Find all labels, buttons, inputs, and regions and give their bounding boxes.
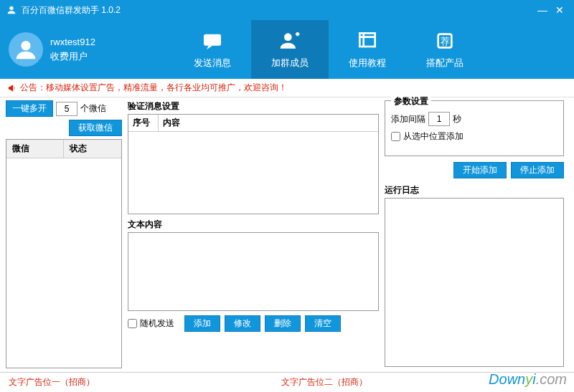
svg-rect-2 [204,34,221,46]
titlebar: 百分百微信群发助手 1.0.2 — ✕ [0,0,574,20]
clear-button[interactable]: 清空 [305,315,341,332]
get-wechat-button[interactable]: 获取微信 [69,120,122,136]
table-header-status: 状态 [64,140,121,158]
right-column: 参数设置 添加间隔 秒 从选中位置添加 开始添加 停止添加 运行日志 [385,100,564,367]
multi-open-suffix: 个微信 [80,102,106,115]
interval-label: 添加间隔 [391,113,425,125]
wechat-account-table: 微信 状态 [6,139,122,368]
footer-ad-1: 文字广告位一（招商） [9,376,281,388]
verify-msg-title: 验证消息设置 [128,100,379,113]
nav-label: 使用教程 [349,57,386,70]
nav-label: 搭配产品 [426,57,464,70]
random-send-label: 随机发送 [140,317,174,330]
nav-product[interactable]: 荐 搭配产品 [406,20,484,79]
interval-input[interactable] [428,112,450,126]
nav: 发送消息 加群成员 使用教程 荐 搭配产品 [174,20,484,79]
svg-point-0 [9,6,13,10]
multi-open-count-input[interactable] [56,102,77,116]
minimize-button[interactable]: — [534,4,551,16]
verify-col-index: 序号 [128,115,159,131]
middle-column: 验证消息设置 序号 内容 文本内容 随机发送 添加 修改 删除 清空 [128,100,379,367]
avatar [9,32,43,67]
random-send-row[interactable]: 随机发送 [128,317,174,330]
from-selected-row[interactable]: 从选中位置添加 [391,130,557,143]
user-type: 收费用户 [50,49,95,64]
user-name: rwxtest912 [50,35,95,49]
interval-unit: 秒 [453,113,461,125]
param-title: 参数设置 [391,95,431,107]
chat-icon [201,29,224,52]
user-icon [14,38,37,61]
header: rwxtest912 收费用户 发送消息 加群成员 使用教程 荐 搭配产品 [0,20,574,79]
start-add-button[interactable]: 开始添加 [453,162,507,178]
svg-rect-4 [359,33,375,47]
nav-label: 发送消息 [194,57,231,70]
svg-point-1 [21,41,30,50]
nav-send-message[interactable]: 发送消息 [174,20,251,79]
megaphone-icon [7,83,17,93]
add-button[interactable]: 添加 [184,315,220,332]
user-block: rwxtest912 收费用户 [9,32,152,67]
app-logo-icon [6,4,17,16]
text-content-input[interactable] [128,232,379,311]
nav-tutorial[interactable]: 使用教程 [329,20,406,79]
announcement-bar: 公告：移动媒体设置广告，精准流量，各行各业均可推广，欢迎咨询！ [0,79,574,97]
tutorial-icon [356,29,379,52]
stop-add-button[interactable]: 停止添加 [511,162,564,178]
left-column: 一键多开 个微信 获取微信 微信 状态 [6,100,122,367]
from-selected-checkbox[interactable] [391,132,400,141]
svg-point-3 [284,33,292,41]
table-header-wechat: 微信 [6,140,64,158]
footer: 文字广告位一（招商） 文字广告位二（招商） [0,372,574,392]
delete-button[interactable]: 删除 [265,315,301,332]
window-title: 百分百微信群发助手 1.0.2 [22,4,534,16]
add-user-icon [278,29,301,52]
param-settings-box: 参数设置 添加间隔 秒 从选中位置添加 [385,100,564,156]
main-content: 一键多开 个微信 获取微信 微信 状态 验证消息设置 序号 内容 文本内容 [0,97,574,370]
log-title: 运行日志 [385,184,564,196]
modify-button[interactable]: 修改 [225,315,260,332]
close-button[interactable]: ✕ [551,4,568,16]
verify-message-table: 序号 内容 [128,114,379,214]
log-box[interactable] [385,198,564,367]
svg-text:荐: 荐 [441,36,450,47]
text-content-title: 文本内容 [128,219,379,231]
random-send-checkbox[interactable] [128,319,137,328]
product-icon: 荐 [433,29,456,52]
from-selected-label: 从选中位置添加 [403,130,464,143]
verify-table-body[interactable] [128,132,378,215]
nav-label: 加群成员 [271,57,309,70]
wechat-table-body[interactable] [6,158,121,371]
watermark: Downyi.com [489,371,567,388]
nav-add-group-member[interactable]: 加群成员 [251,20,329,79]
announcement-text: 公告：移动媒体设置广告，精准流量，各行各业均可推广，欢迎咨询！ [20,82,287,94]
multi-open-button[interactable]: 一键多开 [6,100,53,117]
verify-col-content: 内容 [159,115,378,131]
